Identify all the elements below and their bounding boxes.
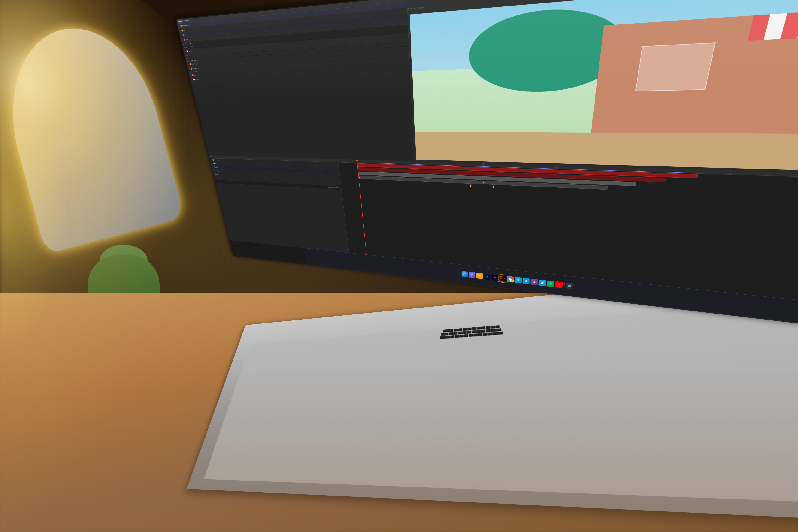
inverted-label: Inverted bbox=[193, 71, 197, 73]
key-i[interactable] bbox=[486, 326, 490, 329]
layer-color-3 bbox=[183, 34, 184, 36]
ai-label: Adobe After Effects on MacBook bbox=[498, 273, 507, 284]
tl-color-2 bbox=[213, 163, 215, 165]
svg-text:☎: ☎ bbox=[533, 281, 536, 283]
key-p[interactable] bbox=[495, 325, 500, 328]
key-e[interactable] bbox=[463, 328, 467, 331]
key-g[interactable] bbox=[467, 331, 471, 334]
key-return[interactable] bbox=[491, 328, 501, 332]
keyboard-area bbox=[204, 299, 798, 506]
key-s[interactable] bbox=[454, 332, 458, 335]
tick-1sf bbox=[557, 165, 557, 167]
label-20f2: 20f bbox=[729, 172, 732, 174]
key-c[interactable] bbox=[459, 335, 464, 338]
key-comma[interactable] bbox=[483, 333, 487, 336]
key-y[interactable] bbox=[477, 327, 481, 330]
key-l[interactable] bbox=[486, 329, 490, 332]
key-k[interactable] bbox=[481, 330, 486, 333]
key-w[interactable] bbox=[458, 328, 462, 331]
tab-project[interactable]: Project bbox=[177, 20, 184, 23]
layer-color-1 bbox=[180, 25, 182, 27]
preview-area: Active Camera 1 View bbox=[407, 0, 798, 174]
comp-name: Night bbox=[210, 156, 212, 157]
skype-s-label: S bbox=[517, 279, 519, 282]
key-v[interactable] bbox=[464, 334, 468, 337]
hourglass-2: ⌛ bbox=[492, 185, 495, 188]
dock-aftereffects[interactable]: Ae bbox=[491, 274, 498, 281]
key-a[interactable] bbox=[449, 332, 453, 335]
hourglass-1: ⌛ bbox=[469, 185, 472, 187]
key-u[interactable] bbox=[481, 326, 486, 329]
key-tab[interactable] bbox=[443, 329, 453, 332]
preview-canvas bbox=[409, 0, 798, 172]
dock-launchpad[interactable]: 🚀 bbox=[469, 272, 476, 278]
mode-none-label: ⊕ None bbox=[187, 60, 191, 62]
key-n[interactable] bbox=[473, 334, 477, 337]
dock-finder[interactable] bbox=[461, 271, 468, 278]
timeline-layers-panel: Night 1 Timer_Aac 2 Day bbox=[209, 155, 349, 253]
dock-skype-s[interactable]: S bbox=[514, 277, 522, 284]
key-f[interactable] bbox=[462, 331, 467, 334]
toggle-label: Toggle Switches / Modes bbox=[327, 187, 341, 188]
dock-skype-alt[interactable]: S bbox=[522, 278, 530, 284]
tick-10f bbox=[417, 162, 417, 163]
dock-youtube[interactable] bbox=[555, 281, 563, 288]
zoom-level: 200% bbox=[420, 7, 424, 9]
timecode: 0:00:00:00 bbox=[408, 7, 419, 10]
layer-color-2 bbox=[182, 30, 183, 32]
tick-20f2 bbox=[730, 170, 731, 172]
dock-photoshop[interactable]: Ps bbox=[484, 273, 491, 280]
layer-color-shape bbox=[192, 74, 194, 76]
dock-separator bbox=[564, 283, 565, 288]
key-o[interactable] bbox=[491, 326, 495, 329]
key-j[interactable] bbox=[476, 330, 481, 333]
left-panel: Project Effects 1 Timer_Aac_BC_1 2 Day bbox=[176, 0, 415, 161]
layer-color-6 bbox=[186, 50, 188, 52]
key-shift-r[interactable] bbox=[492, 331, 504, 335]
ae-label: Ae bbox=[493, 277, 496, 279]
layer-color-drone bbox=[190, 63, 191, 65]
tl-color-3 bbox=[214, 167, 216, 168]
key-b[interactable] bbox=[469, 334, 473, 337]
mode-15-label: ◈ 15. White_BK ▼ bbox=[191, 60, 200, 62]
key-x[interactable] bbox=[455, 335, 459, 338]
key-m[interactable] bbox=[478, 333, 482, 336]
key-d[interactable] bbox=[458, 331, 462, 335]
dock-twitter[interactable] bbox=[538, 280, 546, 287]
ps-label: Ps bbox=[486, 276, 488, 278]
animation-window bbox=[635, 42, 716, 91]
dock-spotify[interactable] bbox=[547, 281, 555, 287]
key-r[interactable] bbox=[467, 328, 472, 331]
dock-viber[interactable]: ☎ bbox=[530, 279, 538, 285]
key-t[interactable] bbox=[472, 327, 476, 330]
animation-awning bbox=[747, 3, 798, 41]
skype-alt-label: S bbox=[525, 280, 527, 283]
dock-sketch[interactable] bbox=[476, 273, 483, 279]
dock-chrome[interactable] bbox=[507, 276, 514, 283]
tl-color-1 bbox=[212, 159, 214, 161]
animation-background bbox=[409, 0, 798, 172]
key-z[interactable] bbox=[451, 335, 455, 338]
tick-10f2 bbox=[639, 168, 639, 170]
tick-20f bbox=[483, 163, 483, 165]
tab-effects[interactable]: Effects bbox=[184, 19, 190, 22]
key-period[interactable] bbox=[488, 332, 492, 336]
dock-illustrator[interactable]: Adobe After Effects on MacBook bbox=[499, 275, 506, 282]
layer-color-gs bbox=[190, 68, 192, 70]
dock-trash[interactable] bbox=[566, 283, 574, 289]
add-label: Add ▼ bbox=[190, 71, 193, 73]
key-h[interactable] bbox=[472, 330, 476, 334]
key-q[interactable] bbox=[454, 329, 458, 332]
layer-color-4 bbox=[184, 39, 185, 40]
key-caps[interactable] bbox=[441, 332, 449, 336]
scene: Project Effects 1 Timer_Aac_BC_1 2 Day bbox=[0, 0, 798, 532]
key-shift-l[interactable] bbox=[440, 336, 450, 339]
layer-color-path bbox=[193, 78, 195, 80]
